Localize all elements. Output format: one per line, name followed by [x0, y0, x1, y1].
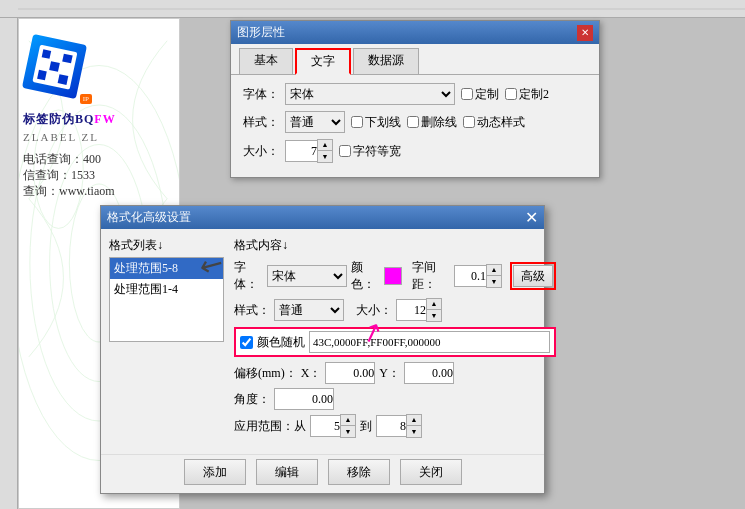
format-size-down[interactable]: ▼: [427, 310, 441, 321]
format-font-label: 字体：: [234, 259, 263, 293]
format-size-btns: ▲ ▼: [426, 298, 442, 322]
offset-y-input[interactable]: [404, 362, 454, 384]
charwidth-label-text: 字符等宽: [353, 143, 401, 160]
range-row: 应用范围：从 ▲ ▼ 到 ▲ ▼: [234, 414, 556, 438]
svg-rect-0: [18, 0, 745, 17]
range-to-up[interactable]: ▲: [407, 415, 421, 426]
charwidth-checkbox[interactable]: [339, 145, 351, 157]
tab-basic[interactable]: 基本: [239, 48, 293, 74]
size-spin-group: ▲ ▼: [285, 139, 333, 163]
format-spacing-btns: ▲ ▼: [486, 264, 502, 288]
angle-input[interactable]: [274, 388, 334, 410]
label-info: 电话查询：400 信查询：1533 查询：www.tiaom: [23, 151, 115, 199]
format-dialog-body: 格式列表↓ 处理范围5-8 处理范围1-4 格式内容↓ 字体： 宋体 颜色： 字…: [101, 229, 544, 454]
custom2-label-text: 定制2: [519, 86, 549, 103]
offset-y-label: Y：: [379, 365, 400, 382]
color-random-label: 颜色随机: [257, 334, 305, 351]
format-style-select[interactable]: 普通: [274, 299, 344, 321]
range-from-input[interactable]: [310, 415, 340, 437]
size-row: 大小： ▲ ▼ 字符等宽: [243, 139, 587, 163]
layer-dialog-title: 图形层性: [237, 24, 285, 41]
format-content-title: 格式内容↓: [234, 237, 556, 254]
close-btn[interactable]: 关闭: [400, 459, 462, 485]
dynamic-checkbox-label[interactable]: 动态样式: [463, 114, 525, 131]
font-select[interactable]: 宋体: [285, 83, 455, 105]
custom1-checkbox-label[interactable]: 定制: [461, 86, 499, 103]
format-style-label: 样式：: [234, 302, 270, 319]
format-dialog-title: 格式化高级设置: [107, 209, 191, 226]
format-spacing-up[interactable]: ▲: [487, 265, 501, 276]
ruler-svg: /* ticks via CSS */: [18, 0, 745, 17]
range-to-input[interactable]: [376, 415, 406, 437]
format-spacing-label: 字间距：: [412, 259, 450, 293]
range-from-spin: ▲ ▼: [310, 414, 356, 438]
add-btn[interactable]: 添加: [184, 459, 246, 485]
offset-row: 偏移(mm)： X： Y：: [234, 362, 556, 384]
range-from-down[interactable]: ▼: [341, 426, 355, 437]
layer-dialog-tabs: 基本 文字 数据源: [231, 44, 599, 75]
format-font-select[interactable]: 宋体: [267, 265, 347, 287]
range-label: 应用范围：从: [234, 418, 306, 435]
style-row: 样式： 普通 下划线 删除线 动态样式: [243, 111, 587, 133]
custom2-checkbox[interactable]: [505, 88, 517, 100]
tab-text[interactable]: 文字: [295, 48, 351, 75]
format-color-box[interactable]: [384, 267, 402, 285]
charwidth-checkbox-label[interactable]: 字符等宽: [339, 143, 401, 160]
underline-checkbox[interactable]: [351, 116, 363, 128]
brand-colored: FW: [94, 112, 115, 126]
range-to-label: 到: [360, 418, 372, 435]
format-dialog-close-btn[interactable]: ✕: [525, 210, 538, 226]
format-dialog-titlebar: 格式化高级设置 ✕: [101, 206, 544, 229]
brand-text: 标签防伪BQFW: [23, 109, 116, 128]
format-font-row: 字体： 宋体 颜色： 字间距： ▲ ▼ 高级: [234, 259, 556, 293]
layer-dialog-content: 字体： 宋体 定制 定制2 样式： 普通 下划线: [231, 75, 599, 177]
format-color-label: 颜色：: [351, 259, 380, 293]
dynamic-label-text: 动态样式: [477, 114, 525, 131]
remove-btn[interactable]: 移除: [328, 459, 390, 485]
angle-row: 角度：: [234, 388, 556, 410]
offset-x-input[interactable]: [325, 362, 375, 384]
size-spin-up[interactable]: ▲: [318, 140, 332, 151]
format-list-item-1[interactable]: 处理范围1-4: [110, 279, 223, 300]
web-line: 查询：www.tiaom: [23, 183, 115, 199]
custom1-checkbox[interactable]: [461, 88, 473, 100]
advanced-button-container: 高级: [510, 262, 556, 290]
left-ruler: [0, 18, 18, 509]
custom2-checkbox-label[interactable]: 定制2: [505, 86, 549, 103]
style-select[interactable]: 普通: [285, 111, 345, 133]
strikethrough-label-text: 删除线: [421, 114, 457, 131]
custom1-label-text: 定制: [475, 86, 499, 103]
font-label: 字体：: [243, 86, 279, 103]
underline-label-text: 下划线: [365, 114, 401, 131]
size-spin-btns: ▲ ▼: [317, 139, 333, 163]
phone-line: 电话查询：400: [23, 151, 115, 167]
ip-badge: IP: [80, 94, 92, 104]
size-spin-down[interactable]: ▼: [318, 151, 332, 162]
zlabel-text: ZLABEL ZL: [23, 131, 99, 143]
tab-datasource[interactable]: 数据源: [353, 48, 419, 74]
size-input[interactable]: [285, 140, 317, 162]
color-random-input[interactable]: [309, 331, 550, 353]
logo-area: IP: [27, 39, 92, 104]
strikethrough-checkbox[interactable]: [407, 116, 419, 128]
strikethrough-checkbox-label[interactable]: 删除线: [407, 114, 457, 131]
size-label: 大小：: [243, 143, 279, 160]
format-spacing-spin: ▲ ▼: [454, 264, 502, 288]
fax-line: 信查询：1533: [23, 167, 115, 183]
range-to-spin: ▲ ▼: [376, 414, 422, 438]
edit-btn[interactable]: 编辑: [256, 459, 318, 485]
color-random-checkbox[interactable]: [240, 336, 253, 349]
top-ruler: /* ticks via CSS */: [0, 0, 745, 18]
font-row: 字体： 宋体 定制 定制2: [243, 83, 587, 105]
layer-dialog-close-btn[interactable]: ✕: [577, 25, 593, 41]
style-label: 样式：: [243, 114, 279, 131]
format-size-input[interactable]: [396, 299, 426, 321]
range-from-up[interactable]: ▲: [341, 415, 355, 426]
underline-checkbox-label[interactable]: 下划线: [351, 114, 401, 131]
advanced-btn[interactable]: 高级: [513, 265, 553, 287]
range-to-down[interactable]: ▼: [407, 426, 421, 437]
dynamic-checkbox[interactable]: [463, 116, 475, 128]
format-size-up[interactable]: ▲: [427, 299, 441, 310]
format-spacing-down[interactable]: ▼: [487, 276, 501, 287]
format-spacing-input[interactable]: [454, 265, 486, 287]
